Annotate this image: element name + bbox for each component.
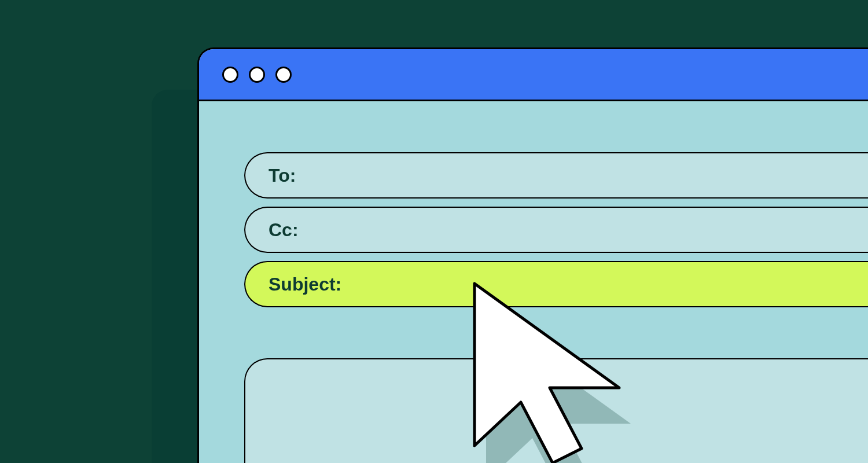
titlebar — [199, 49, 868, 101]
message-body[interactable] — [244, 358, 868, 463]
maximize-icon[interactable] — [275, 67, 292, 83]
cc-field[interactable]: Cc: — [244, 207, 868, 253]
close-icon[interactable] — [222, 67, 238, 83]
to-label: To: — [269, 165, 296, 186]
subject-field[interactable]: Subject: — [244, 261, 868, 307]
subject-label: Subject: — [269, 274, 341, 295]
compose-fields: To: Cc: Subject: — [199, 101, 868, 463]
minimize-icon[interactable] — [249, 67, 265, 83]
cc-label: Cc: — [269, 219, 299, 241]
to-field[interactable]: To: — [244, 152, 868, 199]
compose-window: To: Cc: Subject: — [197, 47, 868, 463]
